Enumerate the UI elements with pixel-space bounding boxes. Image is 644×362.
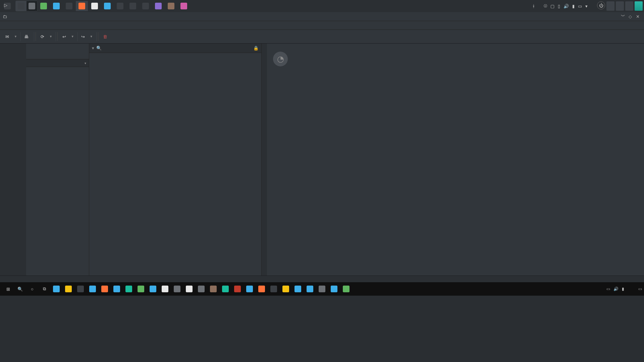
tray-chevron-icon[interactable]: ▾ [585,4,588,9]
folder-panel [26,44,89,276]
tray-bluetooth-icon[interactable]: ᚼ [532,4,535,9]
tb-explorer[interactable] [62,283,74,295]
forward-icon: ↪ [81,34,85,39]
folder-tree[interactable] [26,67,89,276]
trash-icon: 🗑 [103,34,107,39]
tb-app-15[interactable] [316,283,328,295]
tray-network-icon[interactable]: ▭ [578,4,582,9]
preview-side-tab[interactable] [262,44,267,276]
message-list-panel: ▾ 🔍 🔒 [89,44,262,276]
tb-app-5[interactable] [135,283,147,295]
taskbar-app-6[interactable] [165,1,177,11]
compose-button[interactable]: ✉▼ [2,32,21,41]
tb-skype[interactable] [304,283,316,295]
menu-dossier[interactable] [32,24,38,26]
task-view-button[interactable]: ⧉ [38,283,50,295]
tb-app-7[interactable] [195,283,207,295]
tb-app-16[interactable] [328,283,340,295]
tray-bat-icon[interactable]: ▮ [622,287,624,291]
window-close-button[interactable]: ✕ [634,14,641,19]
menu-fichier[interactable] [2,24,9,26]
desktop-pager-3[interactable] [625,1,633,11]
taskbar-app-2[interactable] [114,1,126,11]
tb-app-9[interactable] [219,283,231,295]
print-button[interactable]: 🖶 [21,32,34,41]
tray-battery-icon[interactable]: ▮ [572,4,575,9]
taskbar-app-4[interactable] [140,1,152,11]
cortana-button[interactable]: ○ [26,283,38,295]
menu-aide[interactable] [61,24,68,26]
taskbar-app-3[interactable] [127,1,139,11]
lock-icon[interactable]: 🔒 [253,46,259,51]
tb-app-14[interactable] [292,283,304,295]
tray-vol-icon[interactable]: 🔊 [613,287,619,291]
menu-aller[interactable] [24,24,31,26]
kde-menu-button[interactable]: ▷ [1,1,13,11]
taskbar-app-1[interactable] [38,1,50,11]
tb-app-3[interactable] [87,283,99,295]
preview-body[interactable] [267,69,644,276]
menu-message[interactable] [39,24,46,26]
reply-icon: ↩ [62,34,66,39]
window-maximize-button[interactable]: ◇ [627,14,634,19]
window-titlebar[interactable]: 🗀 ︾ ◇ ✕ [0,12,644,21]
tb-mail[interactable] [171,283,183,295]
desktop-pager-4[interactable] [635,1,643,11]
tb-store[interactable] [159,283,171,295]
taskbar-firefox[interactable] [76,1,88,11]
tb-app-8[interactable] [207,283,219,295]
favorite-drop-hint [26,44,89,59]
message-list[interactable] [89,53,261,276]
tb-edge[interactable] [111,283,123,295]
windows-tray: ▭ 🔊 ▮ ▭ [603,287,642,291]
tb-app-6[interactable] [147,283,159,295]
tray-volume-icon[interactable]: 🔊 [564,4,569,9]
fetch-mail-button[interactable]: ⟳▼ [37,32,56,41]
tray-net-icon[interactable]: ▭ [606,287,610,291]
forward-button[interactable]: ↪▼ [78,32,97,41]
tray-display-icon[interactable]: ▢ [550,4,554,9]
taskbar-app-5[interactable] [152,1,164,11]
tb-firefox[interactable] [99,283,111,295]
search-bar: ▾ 🔍 🔒 [89,44,261,53]
desktop-pager-2[interactable] [616,1,624,11]
task-1[interactable] [16,1,26,11]
tb-app-17[interactable] [340,283,352,295]
tray-logout-icon[interactable]: ⏻ [597,1,605,9]
tb-app-11[interactable] [256,283,268,295]
tb-vivaldi[interactable] [231,283,244,295]
folder-column-header[interactable] [26,59,89,67]
search-icon: 🔍 [96,46,102,51]
header-rows [292,50,323,53]
start-button[interactable]: ⊞ [2,283,14,295]
menu-affichage[interactable] [9,24,16,26]
menu-edition[interactable] [17,24,23,26]
task-2[interactable] [26,1,37,11]
tb-app-2[interactable] [74,283,87,295]
tb-chrome[interactable] [183,283,195,295]
tb-app-1[interactable] [50,283,62,295]
trash-button[interactable]: 🗑 [100,32,113,41]
tb-app-4[interactable] [123,283,135,295]
tray-rss-icon[interactable]: ⦾ [544,3,547,9]
task-switcher-group [15,1,38,11]
taskbar-app-7[interactable] [178,1,190,11]
notifications-button[interactable]: ▭ [638,287,642,291]
menu-outils[interactable] [46,24,53,26]
search-input[interactable] [109,46,251,51]
kde-top-panel: ▷ ᚼ ⦾ ▢ ▯ 🔊 ▮ ▭ ▾ ⏻ [0,0,644,12]
reply-button[interactable]: ↩▼ [59,32,78,41]
tb-app-12[interactable] [268,283,280,295]
window-minimize-button[interactable]: ︾ [619,13,627,19]
filter-icon[interactable]: ▾ [92,46,94,51]
tb-app-13[interactable] [280,283,292,295]
tb-app-10[interactable] [244,283,256,295]
taskbar-dolphin[interactable] [50,1,62,11]
taskbar-telegram[interactable] [101,1,113,11]
search-button[interactable]: 🔍 [14,283,26,295]
tray-clipboard-icon[interactable]: ▯ [558,4,560,9]
menu-configuration[interactable] [54,24,60,26]
taskbar-document[interactable] [89,1,101,11]
desktop-pager-1[interactable] [606,1,614,11]
taskbar-konsole[interactable] [63,1,75,11]
